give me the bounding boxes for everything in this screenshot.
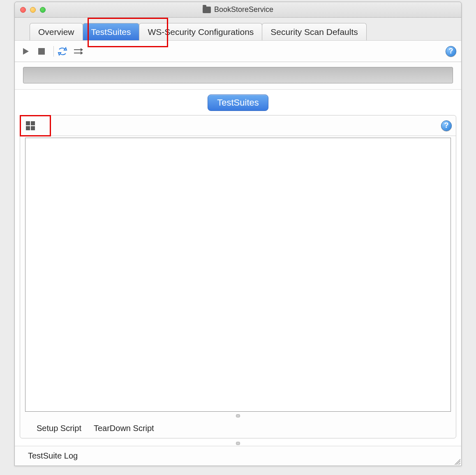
question-icon: ? bbox=[449, 47, 453, 55]
tab-label: TestSuites bbox=[91, 27, 131, 37]
testsuites-panel: ? Setup Script TearDown Script bbox=[20, 115, 456, 438]
toolbar-divider bbox=[53, 46, 54, 57]
svg-marker-3 bbox=[81, 48, 83, 51]
window-title: BookStoreService bbox=[214, 5, 273, 14]
scripts-row: Setup Script TearDown Script bbox=[20, 418, 456, 438]
tab-ws-security[interactable]: WS-Security Configurations bbox=[139, 23, 262, 40]
progress-bar bbox=[23, 67, 453, 83]
testsuite-log-tab[interactable]: TestSuite Log bbox=[28, 451, 78, 461]
stop-icon bbox=[38, 48, 45, 55]
svg-marker-5 bbox=[81, 51, 83, 55]
tab-label: Overview bbox=[38, 27, 74, 37]
question-icon: ? bbox=[444, 121, 449, 130]
panel-wrap: TestSuites ? Setup Script bbox=[15, 90, 461, 441]
testsuites-list[interactable] bbox=[25, 138, 451, 412]
panel-header-button[interactable]: TestSuites bbox=[208, 95, 268, 111]
parallel-arrows-icon bbox=[73, 47, 83, 55]
play-icon bbox=[22, 47, 30, 55]
minimize-window-button[interactable] bbox=[30, 7, 36, 13]
tab-security-scan-defaults[interactable]: Security Scan Defaults bbox=[262, 23, 366, 40]
panel-header-label: TestSuites bbox=[217, 97, 259, 108]
window: BookStoreService Overview TestSuites WS-… bbox=[14, 2, 462, 466]
run-button[interactable] bbox=[20, 45, 32, 58]
folder-icon bbox=[203, 7, 211, 13]
svg-rect-1 bbox=[38, 48, 45, 55]
help-button[interactable]: ? bbox=[446, 46, 456, 57]
tabs-row: Overview TestSuites WS-Security Configur… bbox=[15, 18, 461, 41]
setup-script-tab[interactable]: Setup Script bbox=[37, 424, 81, 433]
toolbar: ? bbox=[15, 41, 461, 62]
titlebar: BookStoreService bbox=[15, 2, 461, 18]
svg-marker-0 bbox=[23, 48, 29, 55]
annotation-highlight-grid bbox=[20, 115, 51, 136]
parallel-button[interactable] bbox=[72, 45, 84, 58]
panel-help-button[interactable]: ? bbox=[441, 120, 452, 131]
tab-testsuites[interactable]: TestSuites bbox=[83, 23, 140, 40]
teardown-script-label: TearDown Script bbox=[94, 424, 154, 433]
tab-label: WS-Security Configurations bbox=[148, 27, 254, 37]
loop-button[interactable] bbox=[56, 45, 69, 58]
stop-button[interactable] bbox=[35, 45, 48, 58]
panel-header: TestSuites bbox=[20, 91, 456, 114]
footer-row: TestSuite Log bbox=[15, 446, 461, 466]
testsuite-log-label: TestSuite Log bbox=[28, 451, 78, 460]
panel-toolbar: ? bbox=[20, 115, 456, 136]
tab-label: Security Scan Defaults bbox=[270, 27, 358, 37]
teardown-script-tab[interactable]: TearDown Script bbox=[94, 424, 154, 433]
main-content: ? TestSuites ? bbox=[15, 41, 461, 466]
window-controls bbox=[20, 7, 46, 13]
tab-overview[interactable]: Overview bbox=[30, 23, 83, 40]
splitter-handle-inner[interactable] bbox=[20, 413, 456, 418]
resize-grip[interactable] bbox=[453, 457, 460, 465]
cycle-arrows-icon bbox=[58, 47, 67, 56]
progress-row bbox=[15, 62, 461, 90]
zoom-window-button[interactable] bbox=[40, 7, 46, 13]
close-window-button[interactable] bbox=[20, 7, 26, 13]
splitter-handle-outer[interactable] bbox=[15, 441, 461, 446]
setup-script-label: Setup Script bbox=[37, 424, 81, 433]
